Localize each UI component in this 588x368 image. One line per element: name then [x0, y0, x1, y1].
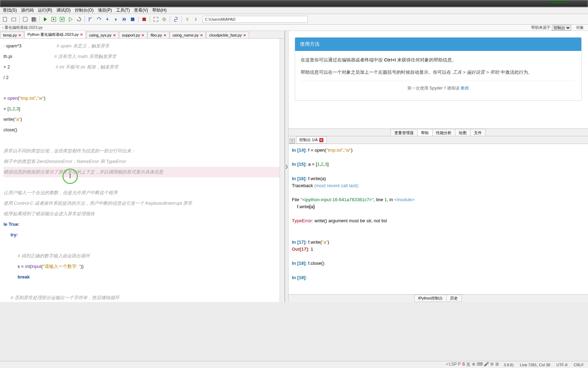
ime-lang[interactable]: 英: [466, 362, 470, 368]
help-source-label: 帮助来源于: [531, 25, 550, 30]
svg-rect-3: [131, 18, 134, 21]
tab-variables[interactable]: 变量管理器: [390, 129, 417, 136]
menu-find[interactable]: 查找(S): [1, 7, 18, 13]
rerun-icon[interactable]: [75, 15, 83, 23]
progress-bar: [549, 1, 567, 4]
help-card: 使用方法 在这里你可以通过在编辑器或者终端中按 Ctrl+I 来获得任何对象的帮…: [295, 37, 582, 101]
editor-breadcrumb: › 量化编程基础-2023.py 帮助来源于 控制台 对象: [0, 25, 588, 31]
close-icon[interactable]: ✕: [141, 33, 144, 37]
help-card-title: 使用方法: [295, 38, 581, 51]
save-all-icon[interactable]: [30, 15, 38, 23]
menu-source[interactable]: 源代码: [20, 7, 35, 13]
console-options-icon[interactable]: ☰: [290, 139, 295, 144]
close-icon[interactable]: ✕: [200, 33, 203, 37]
encoding: UTF-8: [555, 363, 569, 367]
tab-main[interactable]: Python 量化编程基础-2023.py✕: [24, 31, 86, 38]
tab-files[interactable]: 文件: [470, 129, 486, 136]
ipython-console[interactable]: In [14]: f = open("tmp.txt","w") In [15]…: [288, 144, 588, 294]
tab-plots[interactable]: 绘图: [455, 129, 470, 136]
tutorial-link[interactable]: 教程: [461, 86, 469, 91]
run-icon[interactable]: [41, 15, 49, 23]
stop-debug-icon[interactable]: [129, 15, 136, 23]
splitter-handle[interactable]: ❯: [285, 31, 288, 302]
console-pane-tabs: IPython控制台 历史: [288, 294, 588, 302]
new-file-icon[interactable]: [1, 15, 9, 23]
python-version: 3.8.8): [502, 363, 515, 367]
help-text-2: 帮助信息可以在一个对象之后加上一个左圆括号的时候自动显示。你可以在 工具 > 偏…: [301, 68, 576, 76]
menu-project[interactable]: 项目(P): [96, 7, 113, 13]
cursor-position: Line 7381, Col 38: [519, 363, 552, 367]
main-split: temp.py✕ Python 量化编程基础-2023.py✕ using_sy…: [0, 31, 588, 302]
help-object-label: 对象: [576, 25, 584, 30]
window-titlebar: [0, 0, 588, 7]
help-pane: 使用方法 在这里你可以通过在编辑器或者终端中按 Ctrl+I 来获得任何对象的帮…: [288, 31, 588, 129]
tab-help[interactable]: 帮助: [417, 129, 433, 136]
lsp-status: ✓LSP P: [446, 362, 461, 368]
close-icon[interactable]: ✕: [113, 33, 116, 37]
tab-ipython[interactable]: IPython控制台: [414, 295, 447, 302]
step-into-icon[interactable]: [103, 15, 111, 23]
run-cell-advance-icon[interactable]: [58, 15, 66, 23]
continue-icon[interactable]: [120, 15, 128, 23]
run-cell-icon[interactable]: [50, 15, 58, 23]
open-file-icon[interactable]: [10, 15, 18, 23]
tab-fibo[interactable]: fibo.py✕: [147, 32, 169, 38]
close-icon[interactable]: ✕: [319, 138, 323, 142]
ime-icon[interactable]: S: [462, 362, 465, 368]
step-over-icon[interactable]: [95, 15, 103, 23]
tab-support[interactable]: support.py✕: [119, 32, 147, 38]
menu-run[interactable]: 运行(R): [36, 7, 54, 13]
help-footer: 第一次使用 Spyder？请阅读 教程: [301, 81, 576, 96]
help-source-select[interactable]: 控制台: [552, 25, 571, 31]
close-icon[interactable]: ✕: [18, 33, 21, 37]
back-icon[interactable]: [183, 15, 191, 23]
help-pane-tabs: 变量管理器 帮助 性能分析 绘图 文件: [288, 129, 588, 136]
menu-debug[interactable]: 调试(D): [55, 7, 72, 13]
svg-rect-0: [3, 17, 7, 21]
close-icon[interactable]: ✕: [80, 33, 83, 37]
tab-profiler[interactable]: 性能分析: [432, 129, 455, 136]
preferences-icon[interactable]: [160, 15, 168, 23]
menu-view[interactable]: 查看(V): [133, 7, 149, 13]
minimap[interactable]: [280, 39, 285, 302]
python-path-icon[interactable]: [172, 15, 180, 23]
toolbar: [0, 14, 588, 25]
code-editor[interactable]: · spam*3# spam 未定义，触发异常 th.pi# 没有导入 math…: [0, 39, 285, 302]
menu-console[interactable]: 控制台(O): [73, 7, 95, 13]
forward-icon[interactable]: [192, 15, 200, 23]
tab-temp[interactable]: temp.py✕: [0, 32, 24, 38]
help-text-1: 在这里你可以通过在编辑器或者终端中按 Ctrl+I 来获得任何对象的帮助信息。: [301, 56, 576, 64]
save-icon[interactable]: [21, 15, 29, 23]
breadcrumb-text: › 量化编程基础-2023.py: [2, 25, 43, 30]
step-out-icon[interactable]: [112, 15, 120, 23]
close-icon[interactable]: ✕: [243, 33, 246, 37]
breakpoint-icon[interactable]: [140, 15, 148, 23]
run-selection-icon[interactable]: [67, 15, 74, 23]
editor-tabs: temp.py✕ Python 量化编程基础-2023.py✕ using_sy…: [0, 31, 285, 39]
working-dir-input[interactable]: [202, 16, 308, 23]
console-pane: ☰ 控制台 1/A ✕ In [14]: f = open("tmp.txt",…: [288, 136, 588, 302]
right-pane: 使用方法 在这里你可以通过在编辑器或者终端中按 Ctrl+I 来获得任何对象的帮…: [288, 31, 588, 302]
editor-pane: temp.py✕ Python 量化编程基础-2023.py✕ using_sy…: [0, 31, 285, 302]
console-tabs: ☰ 控制台 1/A ✕: [288, 136, 588, 144]
debug-icon[interactable]: [87, 15, 94, 23]
svg-point-5: [163, 18, 165, 20]
status-bar: ✓LSP P S 英 ⊕ ⌨ 🎤 ⚙ ⊞ 3.8.8) Line 7381, C…: [0, 361, 588, 368]
menu-tools[interactable]: 工具(T): [115, 7, 131, 13]
line-ending: CRLF: [572, 363, 585, 367]
tab-using-name[interactable]: using_name.py✕: [169, 32, 206, 38]
svg-rect-4: [142, 18, 146, 21]
tab-cloudpickle[interactable]: cloudpickle_fast.py✕: [206, 32, 249, 38]
menu-help[interactable]: 帮助(H): [151, 7, 168, 13]
status-icons: ✓LSP P S 英 ⊕ ⌨ 🎤 ⚙ ⊞: [446, 362, 499, 368]
console-tab-1a[interactable]: 控制台 1/A ✕: [296, 136, 327, 144]
close-icon[interactable]: ✕: [163, 33, 166, 37]
tab-using-sys[interactable]: using_sys.py✕: [86, 32, 119, 38]
maximize-icon[interactable]: [152, 15, 160, 23]
menu-bar: 查找(S) 源代码 运行(R) 调试(D) 控制台(O) 项目(P) 工具(T)…: [0, 7, 588, 14]
tab-history[interactable]: 历史: [446, 295, 462, 302]
